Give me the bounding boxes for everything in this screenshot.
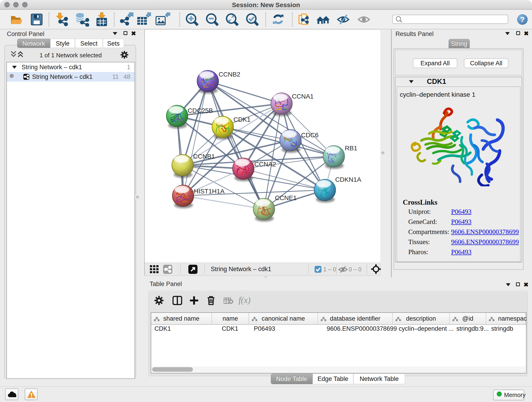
svg-text:CDK1: CDK1 [234,116,251,123]
svg-text:RB1: RB1 [345,145,357,152]
svg-text:CCNE1: CCNE1 [275,194,297,201]
svg-text:CCNB1: CCNB1 [193,153,215,160]
svg-text:CCNA2: CCNA2 [254,161,276,168]
svg-text:?: ? [520,15,525,24]
svg-text:CCNB2: CCNB2 [219,71,240,78]
svg-text:CCNA1: CCNA1 [292,93,314,100]
svg-text:CDKN1A: CDKN1A [335,176,361,183]
svg-text:HIST1H1A: HIST1H1A [194,188,225,195]
svg-text:CDC25B: CDC25B [188,107,213,114]
svg-text:CDC6: CDC6 [301,132,318,139]
